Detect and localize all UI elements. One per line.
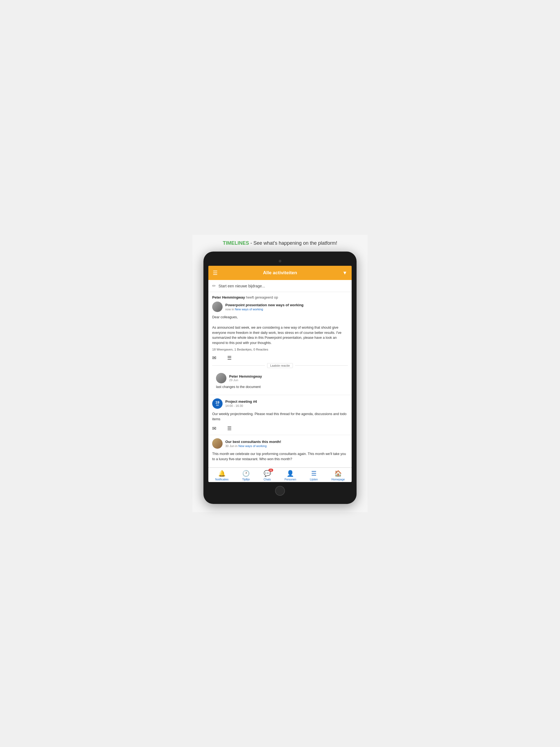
lists-icon: ☰ bbox=[311, 470, 316, 477]
nav-label-homepage: Homepage bbox=[331, 478, 345, 481]
post3-body: This month we celebrate our top preformi… bbox=[212, 452, 348, 462]
reply-body: last changes to the document bbox=[216, 385, 344, 389]
bottom-nav: 🔔 Notificaties 🕐 Tijdlijn 💬 24 Chats 👤 bbox=[208, 468, 352, 482]
activity-author-name: Peter Hemmingway bbox=[212, 295, 245, 300]
post2-mail-icon[interactable]: ✉ bbox=[212, 426, 216, 432]
reply-date: 29 Jun bbox=[229, 379, 262, 382]
divider-label: Laatste reactie bbox=[212, 363, 348, 368]
list-icon[interactable]: ☰ bbox=[227, 355, 232, 361]
post3-avatar bbox=[212, 438, 223, 449]
chats-badge: 24 bbox=[269, 469, 273, 472]
page-wrapper: TIMELINES - See what's happening on the … bbox=[193, 235, 367, 512]
reply-avatar bbox=[216, 373, 226, 383]
post3-channel-link[interactable]: New ways of working bbox=[238, 444, 266, 447]
filter-icon[interactable]: ▼ bbox=[342, 270, 347, 276]
page-title: TIMELINES - See what's happening on the … bbox=[223, 240, 337, 246]
nav-item-lists[interactable]: ☰ Lijsten bbox=[310, 470, 318, 481]
post2-time: 14:00 - 16:30 bbox=[225, 404, 348, 407]
post3-avatar-image bbox=[212, 438, 223, 449]
nav-label-lists: Lijsten bbox=[310, 478, 318, 481]
tablet-home-button[interactable] bbox=[275, 486, 285, 496]
timeline-icon: 🕐 bbox=[242, 470, 250, 477]
app-header: ☰ Alle activiteiten ▼ bbox=[208, 266, 352, 280]
divider-line-right bbox=[295, 365, 348, 366]
nav-item-persons[interactable]: 👤 Personen bbox=[285, 470, 297, 481]
post2-header: 19 Jul Project meeting #4 14:00 - 16:30 bbox=[212, 398, 348, 409]
brand-name: TIMELINES bbox=[223, 240, 249, 246]
post2-meta: Project meeting #4 14:00 - 16:30 bbox=[225, 400, 348, 407]
reply-author-name: Peter Hemmingway bbox=[229, 374, 262, 379]
post1-avatar bbox=[212, 302, 223, 312]
post2-body: Our weekly projectmeeting. Please read t… bbox=[212, 412, 348, 422]
activity-item-1: Peter Hemmingway heeft gereageerd op Pow… bbox=[208, 292, 352, 395]
post1-meta: Powerpoint presentation new ways of work… bbox=[225, 303, 348, 311]
post3-subtitle: 30 Jun in New ways of working bbox=[225, 444, 348, 447]
nav-item-timeline[interactable]: 🕐 Tijdlijn bbox=[242, 470, 250, 481]
bell-icon: 🔔 bbox=[218, 470, 226, 477]
post1-title[interactable]: Powerpoint presentation new ways of work… bbox=[225, 303, 348, 307]
tablet-camera bbox=[279, 260, 281, 262]
reply-header: Peter Hemmingway 29 Jun bbox=[216, 373, 344, 383]
nav-item-homepage[interactable]: 🏠 Homepage bbox=[331, 470, 345, 481]
tablet-frame: ☰ Alle activiteiten ▼ ✏ Start een nieuwe… bbox=[203, 252, 357, 504]
tablet-screen: ☰ Alle activiteiten ▼ ✏ Start een nieuwe… bbox=[208, 266, 352, 482]
reply-block: Peter Hemmingway 29 Jun last changes to … bbox=[212, 370, 348, 391]
nav-item-chats[interactable]: 💬 24 Chats bbox=[263, 470, 271, 481]
nav-item-notifications[interactable]: 🔔 Notificaties bbox=[215, 470, 229, 481]
post3-header: Our best consultants this month! 30 Jun … bbox=[212, 438, 348, 449]
mail-icon[interactable]: ✉ bbox=[212, 355, 216, 361]
post1-stats: 18 Weergaven, 1 Bedankjes, 0 Reacties bbox=[212, 348, 348, 351]
avatar-image-1 bbox=[212, 302, 223, 312]
new-post-placeholder: Start een nieuwe bijdrage... bbox=[219, 284, 265, 288]
post2-list-icon[interactable]: ☰ bbox=[227, 426, 232, 432]
nav-label-chats: Chats bbox=[263, 478, 271, 481]
activity-item-3: Our best consultants this month! 30 Jun … bbox=[208, 435, 352, 468]
post1-header: Powerpoint presentation new ways of work… bbox=[212, 302, 348, 312]
post1-actions: ✉ ☰ bbox=[212, 353, 348, 361]
home-icon: 🏠 bbox=[334, 470, 342, 477]
activity-item-2: 19 Jul Project meeting #4 14:00 - 16:30 … bbox=[208, 395, 352, 435]
new-post-bar[interactable]: ✏ Start een nieuwe bijdrage... bbox=[208, 280, 352, 292]
post3-meta: Our best consultants this month! 30 Jun … bbox=[225, 440, 348, 447]
reply-avatar-image bbox=[216, 373, 226, 383]
nav-label-notifications: Notificaties bbox=[215, 478, 229, 481]
post1-body: Dear colleagues, As announced last week,… bbox=[212, 315, 348, 345]
nav-label-timeline: Tijdlijn bbox=[242, 478, 250, 481]
hamburger-icon[interactable]: ☰ bbox=[213, 269, 218, 276]
post2-avatar-date: 19 Jul bbox=[212, 398, 223, 409]
divider-text: Laatste reactie bbox=[267, 363, 293, 368]
post1-subtitle: now in New ways of working bbox=[225, 308, 348, 311]
pencil-icon: ✏ bbox=[212, 283, 216, 288]
post1-channel-link[interactable]: New ways of working bbox=[235, 308, 263, 311]
activity-author-line: Peter Hemmingway heeft gereageerd op bbox=[212, 295, 348, 300]
header-title: Alle activiteiten bbox=[263, 270, 297, 276]
chat-icon: 💬 24 bbox=[263, 470, 271, 477]
person-icon: 👤 bbox=[286, 470, 294, 477]
nav-label-persons: Personen bbox=[285, 478, 297, 481]
post3-title[interactable]: Our best consultants this month! bbox=[225, 440, 348, 444]
post2-title[interactable]: Project meeting #4 bbox=[225, 400, 348, 404]
divider-line-left bbox=[212, 365, 265, 366]
post2-actions: ✉ ☰ bbox=[212, 424, 348, 432]
